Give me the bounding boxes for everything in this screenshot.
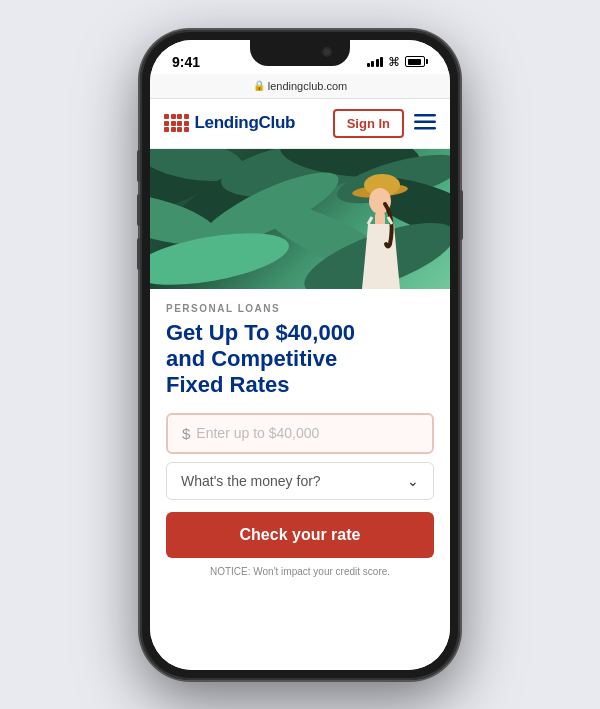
lock-icon: 🔒	[253, 80, 265, 91]
section-label: PERSONAL LOANS	[166, 303, 434, 314]
header-actions: Sign In	[333, 109, 436, 138]
phone-notch	[250, 40, 350, 66]
phone-mockup: 9:41 ⌘ 🔒 len	[140, 30, 460, 680]
notice-text: NOTICE: Won't impact your credit score.	[166, 566, 434, 577]
logo-area: LendingClub	[164, 113, 295, 133]
chevron-down-icon: ⌄	[407, 473, 419, 489]
hero-title: Get Up To $40,000 and Competitive Fixed …	[166, 320, 434, 399]
status-time: 9:41	[172, 54, 200, 70]
svg-rect-2	[414, 127, 436, 130]
site-header: LendingClub Sign In	[150, 99, 450, 149]
amount-input-wrapper[interactable]: $ Enter up to $40,000	[166, 413, 434, 454]
hero-background	[150, 149, 450, 289]
svg-rect-0	[414, 114, 436, 117]
dollar-sign: $	[182, 425, 190, 442]
camera	[322, 47, 332, 57]
phone-screen: 9:41 ⌘ 🔒 len	[150, 40, 450, 670]
battery-icon	[405, 56, 428, 67]
svg-line-19	[368, 217, 372, 224]
svg-rect-1	[414, 120, 436, 123]
hero-image	[150, 149, 450, 289]
content-area: PERSONAL LOANS Get Up To $40,000 and Com…	[150, 289, 450, 670]
money-purpose-dropdown[interactable]: What's the money for? ⌄	[166, 462, 434, 500]
logo-text: LendingClub	[195, 113, 296, 133]
browser-url: 🔒 lendingclub.com	[253, 80, 348, 92]
browser-bar: 🔒 lendingclub.com	[150, 74, 450, 99]
logo-grid-icon	[164, 114, 189, 132]
title-line1: Get Up To $40,000	[166, 320, 355, 345]
url-text: lendingclub.com	[268, 80, 348, 92]
wifi-icon: ⌘	[388, 55, 400, 69]
menu-icon[interactable]	[414, 114, 436, 133]
signal-bars-icon	[367, 57, 384, 67]
dropdown-label: What's the money for?	[181, 473, 321, 489]
title-line2: and Competitive	[166, 346, 337, 371]
sign-in-button[interactable]: Sign In	[333, 109, 404, 138]
check-rate-button[interactable]: Check your rate	[166, 512, 434, 558]
amount-placeholder: Enter up to $40,000	[196, 425, 319, 441]
status-icons: ⌘	[367, 55, 429, 69]
title-line3: Fixed Rates	[166, 372, 290, 397]
